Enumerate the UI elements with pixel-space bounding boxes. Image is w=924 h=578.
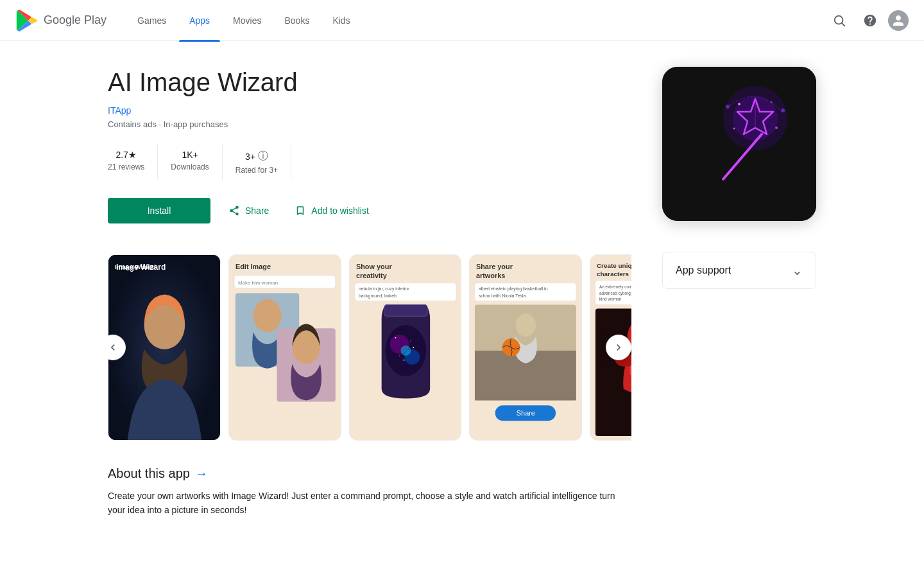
svg-point-36 <box>516 313 536 337</box>
svg-point-61 <box>738 103 740 105</box>
wishlist-icon <box>295 205 306 216</box>
screenshots-scroll: Image Wizard Image Wizard <box>108 254 631 441</box>
svg-text:background, bokeh: background, bokeh <box>358 293 396 299</box>
share-button[interactable]: Share <box>221 198 277 223</box>
nav-link-kids[interactable]: Kids <box>322 10 360 31</box>
svg-text:Show your: Show your <box>355 263 392 270</box>
help-button[interactable] <box>857 8 883 33</box>
chevron-right-icon <box>612 341 625 354</box>
svg-text:characters: characters <box>597 270 629 277</box>
logo-text: Google Play <box>44 13 107 27</box>
chevron-left-icon <box>108 341 119 354</box>
svg-text:An extremely complex and: An extremely complex and <box>599 285 631 290</box>
install-button[interactable]: Install <box>108 198 210 223</box>
screenshot-3: Show your creativity nebula in jar, cozy… <box>349 254 462 441</box>
avatar[interactable] <box>888 10 909 31</box>
screenshots-container: Image Wizard Image Wizard <box>108 254 631 441</box>
svg-text:advanced cyborg: chaoss red an: advanced cyborg: chaoss red and <box>599 291 631 296</box>
svg-point-66 <box>726 105 730 109</box>
screenshot-4: Share your artworks albert einstein play… <box>469 254 582 441</box>
app-icon-wrapper <box>662 67 816 221</box>
svg-text:Make him woman: Make him woman <box>238 280 278 286</box>
svg-text:nebula in jar, cozy interior: nebula in jar, cozy interior <box>358 286 409 292</box>
age-info-icon[interactable]: ⓘ <box>258 150 268 163</box>
svg-point-25 <box>403 360 404 361</box>
search-icon <box>832 13 846 28</box>
svg-point-26 <box>409 341 410 342</box>
action-buttons: Install Share Add to wishlist <box>108 198 631 223</box>
downloads-stat: 1K+ Downloads <box>158 144 222 180</box>
share-icon <box>228 205 240 216</box>
rating-value: 2.7★ <box>116 150 136 160</box>
app-icon-image <box>662 67 816 221</box>
svg-text:artworks: artworks <box>476 272 505 279</box>
navigation: Google Play Games Apps Movies Books Kids <box>0 0 924 41</box>
svg-text:school with Nicola Tesla: school with Nicola Tesla <box>479 293 526 298</box>
svg-text:albert einstein playing basket: albert einstein playing basketball in <box>479 286 548 292</box>
downloads-value: 1K+ <box>182 150 198 160</box>
app-title: AI Image Wizard <box>108 67 631 98</box>
svg-point-22 <box>400 346 411 356</box>
svg-point-63 <box>775 127 778 129</box>
svg-text:Edit Image: Edit Image <box>235 263 271 270</box>
nav-actions <box>826 8 909 33</box>
wishlist-button[interactable]: Add to wishlist <box>287 198 376 223</box>
svg-point-23 <box>395 337 396 338</box>
svg-point-10 <box>253 299 282 333</box>
stats-row: 2.7★ 21 reviews 1K+ Downloads 3+ ⓘ Rated… <box>108 144 631 180</box>
downloads-label: Downloads <box>171 162 209 171</box>
svg-point-65 <box>781 109 785 112</box>
age-stat: 3+ ⓘ Rated for 3+ <box>223 144 291 180</box>
about-section: About this app → Create your own artwork… <box>108 466 631 518</box>
app-meta: Contains ads · In-app purchases <box>108 119 631 129</box>
app-icon <box>662 67 816 221</box>
about-description: Create your own artworks with Image Wiza… <box>108 489 631 518</box>
ss3-content: Show your creativity nebula in jar, cozy… <box>350 255 461 440</box>
svg-text:Share: Share <box>517 409 535 417</box>
svg-point-24 <box>413 347 414 348</box>
carousel-next-button[interactable] <box>606 335 631 360</box>
about-title: About this app → <box>108 466 631 481</box>
sidebar: App support ⌄ <box>662 67 816 518</box>
svg-text:Create unique: Create unique <box>597 262 631 269</box>
screenshot-2: Edit Image Make him woman <box>228 254 341 441</box>
nav-links: Games Apps Movies Books Kids <box>127 10 826 31</box>
google-play-icon <box>15 9 38 32</box>
main-content: AI Image Wizard ITApp Contains ads · In-… <box>77 41 847 543</box>
nav-link-movies[interactable]: Movies <box>223 10 271 31</box>
help-icon <box>863 13 877 28</box>
nav-link-apps[interactable]: Apps <box>179 10 220 31</box>
user-icon <box>892 14 905 27</box>
ss1-title: Image Wizard <box>116 263 166 272</box>
search-button[interactable] <box>826 8 852 33</box>
svg-line-1 <box>842 23 844 26</box>
svg-text:creativity: creativity <box>355 272 386 279</box>
age-value: 3+ ⓘ <box>245 150 268 163</box>
svg-point-27 <box>399 355 400 356</box>
rating-stat: 2.7★ 21 reviews <box>108 144 158 180</box>
svg-text:kind woman: kind woman <box>599 297 622 302</box>
age-label: Rated for 3+ <box>235 166 278 175</box>
ss2-content: Edit Image Make him woman <box>229 255 341 440</box>
logo-link[interactable]: Google Play <box>15 9 107 32</box>
developer-link[interactable]: ITApp <box>108 105 631 116</box>
svg-text:Share your: Share your <box>476 263 513 270</box>
rating-label: 21 reviews <box>108 162 144 171</box>
app-content: AI Image Wizard ITApp Contains ads · In-… <box>108 67 631 518</box>
ss4-content: Share your artworks albert einstein play… <box>470 255 581 440</box>
svg-point-64 <box>733 128 735 130</box>
expand-icon: ⌄ <box>792 263 803 278</box>
app-support[interactable]: App support ⌄ <box>662 252 816 289</box>
app-support-label: App support <box>676 265 731 276</box>
nav-link-books[interactable]: Books <box>274 10 320 31</box>
nav-link-games[interactable]: Games <box>127 10 176 31</box>
about-arrow-link[interactable]: → <box>195 466 208 481</box>
